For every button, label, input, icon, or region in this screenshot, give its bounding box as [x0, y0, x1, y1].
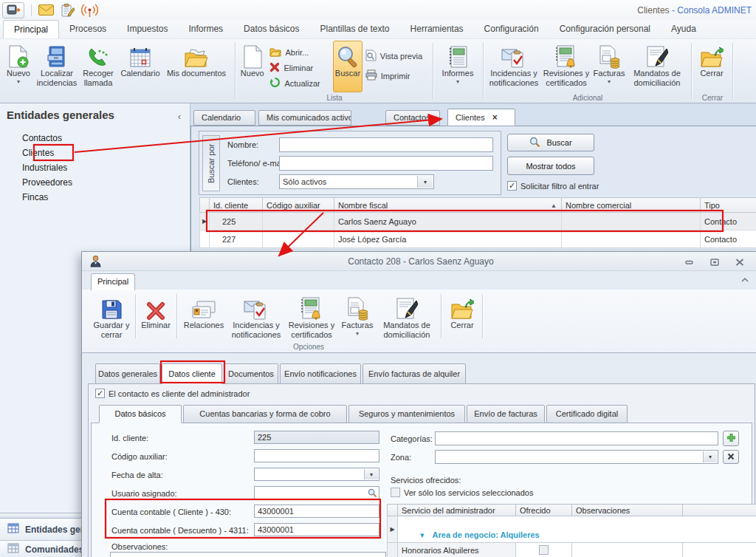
stab-datos-basicos[interactable]: Datos básicos	[99, 405, 182, 423]
buscar-action-button[interactable]: Buscar	[507, 134, 594, 151]
col-ofrecido[interactable]: Ofrecido	[516, 505, 572, 516]
tab-informes[interactable]: Informes	[178, 20, 233, 38]
collapse-ribbon-icon[interactable]	[740, 276, 749, 284]
facturas-button[interactable]: Facturas ▾	[591, 41, 628, 92]
cliente-admin-checkbox[interactable]: ✓	[95, 389, 105, 398]
abrir-button[interactable]: Abrir...	[267, 44, 333, 60]
tab-procesos[interactable]: Procesos	[59, 20, 117, 38]
view-tab-mis-comunicados[interactable]: Mis comunicados activos	[258, 110, 351, 126]
actualizar-button[interactable]: Actualizar	[267, 75, 333, 91]
clipboard-pen-icon[interactable]	[61, 3, 75, 17]
observaciones-cell[interactable]	[572, 543, 683, 557]
recoger-llamada-button[interactable]: Recoger llamada	[78, 41, 118, 92]
stab-certificado[interactable]: Certificado digital	[546, 405, 628, 423]
tab-configuracion-personal[interactable]: Configuración personal	[549, 20, 661, 38]
col-codigo-auxiliar[interactable]: Código auxiliar	[263, 198, 334, 213]
dialog-titlebar[interactable]: Contacto 208 - Carlos Saenz Aguayo	[82, 252, 756, 271]
device-quick-button[interactable]	[2, 2, 24, 18]
view-tab-contactos[interactable]: Contactos	[385, 110, 440, 126]
col-nombre-comercial[interactable]: Nombre comercial	[562, 198, 701, 213]
tab-principal[interactable]: Principal	[3, 20, 59, 38]
col-observaciones[interactable]: Observaciones	[572, 505, 683, 516]
sidebar-item-fincas[interactable]: Fincas	[0, 190, 190, 205]
lista-nuevo-button[interactable]: Nuevo	[238, 41, 267, 92]
chevron-down-icon[interactable]: ▾	[364, 469, 378, 479]
mandatos-button[interactable]: Mandatos de domiciliación	[628, 41, 687, 92]
minimize-button[interactable]	[681, 256, 698, 267]
dialog-incidencias-button[interactable]: Incidencias y notificaciones	[228, 293, 284, 344]
stab-seguros[interactable]: Seguros y mantenimientos	[348, 405, 465, 423]
collapse-left-icon[interactable]: ‹	[178, 111, 181, 122]
dialog-facturas-button[interactable]: Facturas ▾	[339, 293, 376, 344]
table-row-225[interactable]: ▶ 225 Carlos Saenz Aguayo Contacto	[200, 213, 756, 230]
fecha-alta-select[interactable]: ▾	[254, 468, 379, 481]
calendario-button[interactable]: Calendario	[118, 41, 162, 92]
chevron-down-icon[interactable]: ▾	[417, 176, 433, 188]
guardar-cerrar-button[interactable]: Guardar y cerrar	[91, 293, 132, 344]
service-row-honorarios[interactable]: Honorarios Alquileres	[388, 543, 756, 557]
eliminar-button[interactable]: Eliminar	[267, 60, 333, 75]
mail-icon[interactable]	[38, 4, 54, 16]
table-row-227[interactable]: 227 José López García Contacto	[200, 230, 756, 248]
relaciones-button[interactable]: Relaciones	[181, 293, 227, 344]
sidebar-item-industriales[interactable]: Industriales	[0, 160, 190, 175]
imprimir-button[interactable]: Imprimir	[362, 68, 431, 83]
stab-envio-facturas[interactable]: Envío de facturas	[467, 405, 545, 423]
zona-select[interactable]: ▾	[435, 450, 718, 464]
view-tab-clientes[interactable]: Clientes ×	[447, 109, 515, 126]
codigo-auxiliar-input[interactable]	[254, 449, 379, 462]
close-tab-icon[interactable]: ×	[492, 112, 498, 123]
mis-documentos-button[interactable]: Mis documentos	[162, 41, 230, 92]
cerrar-button[interactable]: Cerrar	[694, 41, 729, 92]
cuenta-descuento-input[interactable]: 43000001	[254, 523, 379, 536]
dtab-documentos[interactable]: Documentos	[224, 363, 278, 384]
observaciones-textarea[interactable]	[110, 552, 386, 557]
dialog-tab-principal[interactable]: Principal	[91, 273, 135, 290]
ver-solo-checkbox[interactable]	[391, 488, 400, 497]
buscar-button[interactable]: Buscar	[333, 41, 362, 92]
tab-impuestos[interactable]: Impuestos	[117, 20, 178, 38]
revisiones-button[interactable]: Revisiones y certificados	[542, 41, 591, 92]
col-nombre-fiscal[interactable]: Nombre fiscal▲	[334, 198, 562, 213]
stab-cuentas-bancarias[interactable]: Cuentas bancarias y forma de cobro	[183, 405, 347, 423]
tab-herramientas[interactable]: Herramientas	[400, 20, 474, 38]
vista-previa-button[interactable]: Vista previa	[362, 48, 431, 64]
sidebar-item-contactos[interactable]: Contactos	[0, 131, 190, 146]
restore-button[interactable]	[707, 256, 723, 267]
tab-configuracion[interactable]: Configuración	[474, 20, 549, 38]
services-group-row[interactable]: ▶ ▾ Area de negocio: Alquileres	[388, 516, 756, 543]
informes-button[interactable]: Informes ▾	[436, 41, 480, 92]
cuenta-cliente-input[interactable]: 43000001	[254, 505, 379, 518]
add-categoria-button[interactable]	[723, 431, 739, 446]
sidebar-item-proveedores[interactable]: Proveedores	[0, 175, 190, 190]
usuario-asignado-input[interactable]	[254, 486, 379, 499]
dtab-envio-facturas-alquiler[interactable]: Envío facturas de alquiler	[362, 363, 466, 384]
mostrar-todos-button[interactable]: Mostrar todos	[507, 157, 594, 175]
localizar-incidencias-button[interactable]: Localizar incidencias	[35, 41, 78, 92]
tab-ayuda[interactable]: Ayuda	[661, 20, 707, 38]
telefono-input[interactable]	[279, 156, 493, 171]
close-window-icon[interactable]	[732, 256, 748, 267]
col-tipo[interactable]: Tipo	[701, 198, 756, 213]
incidencias-button[interactable]: Incidencias y notificaciones	[486, 41, 542, 92]
view-tab-calendario[interactable]: Calendario	[193, 110, 255, 126]
categorias-input[interactable]	[435, 431, 718, 445]
clientes-filtro-select[interactable]: Sólo activos ▾	[279, 174, 434, 189]
dtab-envio-notificaciones[interactable]: Envío notificaciones	[280, 363, 361, 384]
id-cliente-input[interactable]: 225	[254, 431, 379, 444]
sidebar-item-clientes[interactable]: Clientes	[0, 146, 190, 160]
dtab-datos-generales[interactable]: Datos generales	[95, 363, 160, 384]
group-collapse-icon[interactable]: ▾	[420, 530, 425, 539]
tab-plantillas[interactable]: Plantillas de texto	[309, 20, 399, 38]
nombre-input[interactable]	[279, 137, 493, 152]
dialog-eliminar-button[interactable]: Eliminar	[138, 293, 173, 344]
nuevo-button[interactable]: Nuevo ▾	[1, 41, 35, 92]
dialog-cerrar-button[interactable]: Cerrar	[445, 293, 479, 344]
ofrecido-checkbox[interactable]	[539, 545, 549, 555]
signal-icon[interactable]	[81, 3, 98, 18]
solicitar-filtro-checkbox[interactable]: ✓	[507, 181, 517, 191]
tab-datos-basicos[interactable]: Datos básicos	[233, 20, 309, 38]
dialog-revisiones-button[interactable]: Revisiones y certificados	[286, 293, 337, 344]
dtab-datos-cliente[interactable]: Datos cliente	[162, 363, 222, 384]
col-id-cliente[interactable]: Id. cliente	[210, 198, 263, 213]
